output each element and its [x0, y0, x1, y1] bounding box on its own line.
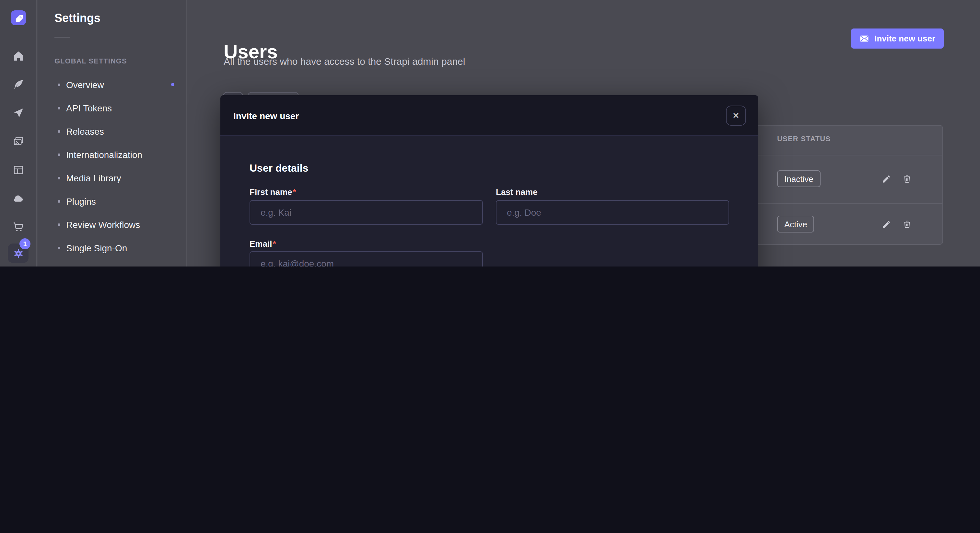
icon-rail: 1 KD	[0, 0, 37, 266]
sidebar-item-label: Transfer Tokens	[66, 266, 130, 266]
sidebar-item-label: Overview	[66, 80, 104, 90]
email-label-text: Email	[250, 239, 272, 249]
sidebar-item-plugins[interactable]: Plugins	[54, 190, 186, 213]
sidebar-item-overview[interactable]: Overview	[54, 73, 186, 97]
edit-pencil-icon[interactable]	[880, 217, 892, 230]
content-manager-icon[interactable]	[0, 163, 36, 176]
marketplace-cart-icon[interactable]	[0, 220, 36, 233]
home-icon[interactable]	[0, 49, 36, 62]
delete-trash-icon[interactable]	[900, 172, 913, 185]
gear-icon	[12, 247, 24, 259]
invite-new-user-button[interactable]: Invite new user	[851, 29, 944, 49]
sidebar-item-label: API Tokens	[66, 103, 112, 113]
status-badge-inactive: Inactive	[777, 170, 821, 187]
sidebar-item-label: Plugins	[66, 196, 96, 206]
invite-new-user-label: Invite new user	[874, 34, 935, 43]
first-name-label: First name*	[250, 187, 296, 197]
email-input[interactable]	[250, 251, 483, 266]
email-label: Email*	[250, 239, 276, 249]
settings-notification-badge: 1	[19, 238, 30, 249]
modal-header: Invite new user ✕	[220, 95, 758, 136]
column-header-user-status: USER STATUS	[777, 135, 830, 143]
bullet-icon	[58, 107, 60, 109]
sidebar-item-internationalization[interactable]: Internationalization	[54, 143, 186, 167]
sidebar-item-label: Releases	[66, 126, 104, 136]
modal-title: Invite new user	[233, 111, 299, 121]
first-name-label-text: First name	[250, 187, 292, 197]
content-type-builder-icon[interactable]	[0, 78, 36, 90]
envelope-icon	[859, 34, 869, 43]
send-icon[interactable]	[0, 106, 36, 119]
sidebar-item-api-tokens[interactable]: API Tokens	[54, 97, 186, 120]
delete-trash-icon[interactable]	[900, 217, 913, 230]
settings-sidebar: Settings GLOBAL SETTINGS Overview API To…	[38, 0, 187, 266]
sidebar-item-label: Internationalization	[66, 150, 142, 160]
bullet-icon	[58, 224, 60, 226]
sidebar-item-label: Single Sign-On	[66, 243, 127, 253]
sidebar-item-label: Review Workflows	[66, 219, 140, 230]
bullet-icon	[58, 177, 60, 179]
page-subtitle: All the users who have access to the Str…	[224, 56, 465, 67]
section-header-global-settings: GLOBAL SETTINGS	[54, 57, 186, 65]
bullet-icon	[58, 247, 60, 249]
sidebar-item-label: Media Library	[66, 173, 121, 183]
sidebar-title: Settings	[54, 12, 186, 25]
bullet-icon	[58, 84, 60, 86]
bullet-icon	[58, 200, 60, 203]
last-name-label: Last name	[496, 187, 538, 197]
strapi-logo-icon	[11, 11, 25, 25]
app-window: 1 KD Settings GLOBAL SETTINGS Overview A…	[0, 0, 980, 266]
sidebar-item-transfer-tokens[interactable]: Transfer Tokens	[54, 260, 186, 266]
close-button[interactable]: ✕	[726, 106, 746, 125]
strapi-logo[interactable]	[11, 10, 26, 25]
sidebar-divider	[54, 37, 70, 38]
user-details-heading: User details	[250, 163, 308, 174]
required-asterisk: *	[293, 187, 296, 197]
sidebar-item-media-library[interactable]: Media Library	[54, 167, 186, 190]
sidebar-item-review-workflows[interactable]: Review Workflows	[54, 213, 186, 236]
last-name-label-text: Last name	[496, 187, 538, 197]
required-asterisk: *	[272, 239, 276, 249]
close-icon: ✕	[732, 111, 740, 121]
last-name-input[interactable]	[496, 200, 729, 225]
cloud-icon[interactable]	[0, 192, 36, 205]
notification-dot-icon	[171, 83, 174, 86]
sidebar-item-single-sign-on[interactable]: Single Sign-On	[54, 236, 186, 260]
bullet-icon	[58, 130, 60, 133]
first-name-input[interactable]	[250, 200, 483, 225]
bullet-icon	[58, 154, 60, 156]
sidebar-item-releases[interactable]: Releases	[54, 120, 186, 143]
media-library-icon[interactable]	[0, 135, 36, 148]
edit-pencil-icon[interactable]	[880, 172, 892, 185]
invite-new-user-modal: Invite new user ✕ User details First nam…	[220, 95, 758, 266]
status-badge-active: Active	[777, 216, 815, 233]
